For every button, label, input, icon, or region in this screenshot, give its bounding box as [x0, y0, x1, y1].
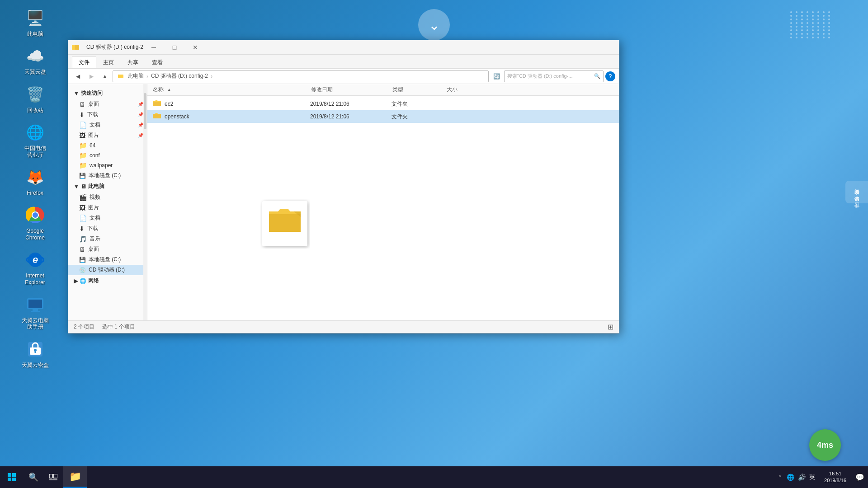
sidebar-item-local-disk[interactable]: 💾 本地磁盘 (C:) [68, 170, 147, 181]
close-button[interactable]: ✕ [185, 40, 206, 55]
taskbar-explorer-icon: 📁 [69, 471, 81, 483]
sidebar-item-pc-desktop[interactable]: 🖥 桌面 [68, 244, 147, 254]
up-button[interactable]: ▲ [99, 70, 111, 82]
col-header-name[interactable]: 名称 ▲ [153, 86, 311, 94]
ie-label: InternetExplorer [25, 272, 45, 286]
sidebar-item-wallpaper[interactable]: 📁 wallpaper [68, 160, 147, 170]
col-header-date[interactable]: 修改日期 [311, 86, 392, 94]
svg-rect-15 [34, 351, 36, 353]
addressbar: ◀ ▶ ▲ 此电脑 › CD 驱动器 (D:) config-2 › 🔄 搜索"… [68, 69, 619, 84]
ie-icon: e [24, 249, 46, 271]
sidebar-64-label: 64 [90, 142, 95, 149]
search-icon: 🔍 [594, 73, 600, 79]
svg-rect-28 [49, 479, 57, 480]
ribbon-tab-share[interactable]: 共享 [121, 56, 145, 68]
back-button[interactable]: ◀ [72, 70, 84, 82]
tianyi-password-label: 天翼云密盒 [22, 362, 49, 368]
desktop-icon-this-pc[interactable]: 🖥️ 此电脑 [17, 5, 53, 40]
sidebar-item-conf[interactable]: 📁 conf [68, 150, 147, 160]
top-chevron[interactable]: ⌄ [418, 9, 450, 41]
help-button[interactable]: ? [605, 71, 615, 81]
refresh-button[interactable]: 🔄 [491, 70, 502, 82]
file-name-openstack: openstack [165, 113, 310, 120]
svg-rect-24 [8, 478, 11, 481]
desktop-icon-china-telecom[interactable]: 🌐 中国电信 营业厅 [17, 119, 53, 161]
desktop-icon-tianyi-helper[interactable]: 天翼云电脑助手册 [17, 291, 53, 333]
file-list: ec2 2019/8/12 21:06 文件夹 openstack [147, 96, 619, 125]
minimize-button[interactable]: ─ [143, 40, 164, 55]
sidebar-item-pc-pictures[interactable]: 🖼 图片 [68, 202, 147, 213]
col-header-size[interactable]: 大小 [447, 86, 492, 94]
sidebar-item-pc-downloads[interactable]: ⬇ 下载 [68, 223, 147, 234]
desktop-icons: 🖥️ 此电脑 ☁️ 天翼云盘 🗑️ 回收站 🌐 中国电信 营业厅 🦊 Firef… [0, 0, 70, 488]
file-date-ec2: 2019/8/12 21:06 [310, 101, 392, 107]
file-row-openstack[interactable]: openstack 2019/8/12 21:06 文件夹 [147, 110, 619, 123]
desktop-icon-recycle-bin[interactable]: 🗑️ 回收站 [17, 81, 53, 116]
search-box[interactable]: 搜索"CD 驱动器 (D:) config-... 🔍 [504, 70, 604, 82]
sidebar-conf-label: conf [90, 152, 100, 159]
tianyi-cloud-icon: ☁️ [24, 45, 46, 67]
folder-openstack-icon [153, 112, 161, 121]
sort-arrow: ▲ [167, 87, 171, 92]
breadcrumb-drive[interactable]: CD 驱动器 (D:) config-2 [151, 72, 208, 80]
sidebar-pc-documents-label: 文档 [90, 214, 100, 222]
taskbar-app-explorer[interactable]: 📁 [63, 466, 87, 488]
file-row-ec2[interactable]: ec2 2019/8/12 21:06 文件夹 [147, 98, 619, 110]
svg-rect-10 [33, 309, 38, 311]
ribbon-tab-home[interactable]: 主页 [96, 56, 121, 68]
desktop-icon-ie[interactable]: e InternetExplorer [17, 246, 53, 288]
forward-button[interactable]: ▶ [85, 70, 97, 82]
pin-icon: 📌 [138, 102, 143, 107]
sidebar-item-c-drive[interactable]: 💾 本地磁盘 (C:) [68, 254, 147, 265]
svg-rect-18 [75, 45, 79, 50]
sidebar-item-pc-documents[interactable]: 📄 文档 [68, 213, 147, 223]
ribbon-tab-file[interactable]: 文件 [72, 56, 96, 68]
sidebar-item-music[interactable]: 🎵 音乐 [68, 234, 147, 244]
desktop-icon-firefox[interactable]: 🦊 Firefox [17, 164, 53, 199]
sidebar-item-desktop[interactable]: 🖥 桌面 📌 [68, 99, 147, 109]
taskbar-clock[interactable]: 16:51 2019/8/16 [819, 470, 852, 484]
search-placeholder: 搜索"CD 驱动器 (D:) config-... [507, 73, 572, 80]
start-button[interactable] [0, 466, 24, 488]
col-header-type[interactable]: 类型 [392, 86, 447, 94]
network-icon-tray[interactable]: 🌐 [787, 474, 794, 481]
tianyi-helper-icon [24, 294, 46, 315]
taskbar-search-button[interactable]: 🔍 [24, 466, 43, 488]
sidebar-quick-access-header[interactable]: ▼ 快速访问 [68, 88, 147, 99]
explorer-window-icon [72, 43, 81, 52]
maximize-button[interactable]: □ [164, 40, 185, 55]
status-total: 2 个项目 选中 1 个项目 [74, 323, 135, 331]
sidebar-item-documents[interactable]: 📄 文档 📌 [68, 120, 147, 130]
column-headers: 名称 ▲ 修改日期 类型 大小 [147, 84, 619, 96]
view-toggle[interactable]: ⊞ [608, 323, 613, 331]
pc-desktop-icon: 🖥 [79, 246, 85, 253]
volume-icon-tray[interactable]: 🔊 [798, 474, 806, 481]
desktop-icon-chrome[interactable]: GoogleChrome [17, 202, 53, 244]
this-pc-arrow: ▼ [74, 183, 79, 190]
desktop-icon-tianyi-password[interactable]: 天翼云密盒 [17, 336, 53, 371]
file-type-ec2: 文件夹 [392, 100, 446, 108]
sidebar-item-d-drive[interactable]: 💿 CD 驱动器 (D:) [68, 265, 147, 275]
quick-access-arrow: ▼ [74, 90, 79, 97]
address-path[interactable]: 此电脑 › CD 驱动器 (D:) config-2 › [113, 70, 489, 82]
ribbon-tab-view[interactable]: 查看 [145, 56, 170, 68]
desktop-icon-tianyi-cloud[interactable]: ☁️ 天翼云盘 [17, 42, 53, 78]
sidebar-network-header[interactable]: ▶ 🌐 网络 [68, 275, 147, 286]
task-view-button[interactable] [43, 466, 63, 488]
breadcrumb-this-pc[interactable]: 此电脑 [127, 72, 144, 80]
sidebar-item-downloads[interactable]: ⬇ 下载 📌 [68, 109, 147, 120]
pc-downloads-icon: ⬇ [79, 225, 85, 232]
notification-button[interactable]: 💬 [852, 466, 868, 488]
sidebar-scrollbar[interactable] [143, 84, 147, 320]
sidebar-music-label: 音乐 [90, 235, 100, 243]
svg-rect-11 [31, 311, 40, 312]
ime-indicator[interactable]: 英 [809, 473, 815, 481]
tianyi-helper-label: 天翼云电脑助手册 [22, 317, 49, 330]
sidebar-item-pictures[interactable]: 🖼 图片 📌 [68, 130, 147, 141]
sys-tray-expand[interactable]: ^ [777, 474, 783, 480]
sidebar: ▼ 快速访问 🖥 桌面 📌 ⬇ 下载 📌 📄 文档 📌 🖼 图片 � [68, 84, 147, 320]
sidebar-item-videos[interactable]: 🎬 视频 [68, 192, 147, 202]
sidebar-item-64[interactable]: 📁 64 [68, 141, 147, 150]
sidebar-this-pc-header[interactable]: ▼ 🖥 此电脑 [68, 181, 147, 192]
svg-rect-25 [12, 478, 16, 481]
